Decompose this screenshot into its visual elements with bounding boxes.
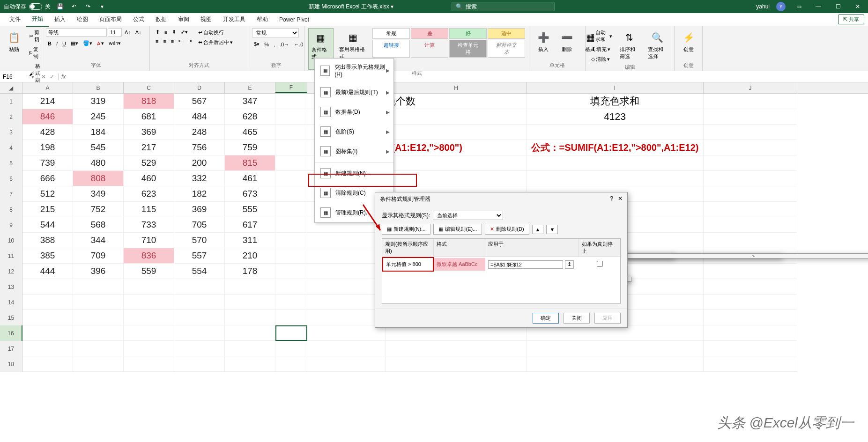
cell[interactable] xyxy=(124,325,174,341)
tab-审阅[interactable]: 审阅 xyxy=(172,13,195,26)
cell[interactable]: 公式：=SUMIF(A1:E12,">800",A1:E12) xyxy=(527,140,704,155)
cell[interactable]: 628 xyxy=(225,109,275,125)
cell[interactable] xyxy=(22,341,73,356)
cell[interactable]: 198 xyxy=(22,140,73,155)
apply-button[interactable]: 应用 xyxy=(594,313,621,324)
undo-icon[interactable]: ↶ xyxy=(69,2,79,11)
font-name-input[interactable] xyxy=(46,28,107,37)
cell-style-适中[interactable]: 适中 xyxy=(488,28,525,39)
insert-cells-button[interactable]: ➕插入 xyxy=(533,28,554,55)
cell[interactable]: 215 xyxy=(22,202,73,217)
cell[interactable]: 349 xyxy=(73,186,124,202)
cell[interactable] xyxy=(386,341,527,356)
cell[interactable] xyxy=(225,341,275,356)
cell[interactable] xyxy=(22,279,73,295)
row-header-6[interactable]: 6 xyxy=(0,171,22,186)
cell[interactable]: 846 xyxy=(22,109,73,125)
cell[interactable] xyxy=(307,295,386,310)
decrease-decimal-icon[interactable]: ←.0 xyxy=(292,41,305,48)
cell[interactable]: 836 xyxy=(124,248,174,264)
cell[interactable] xyxy=(527,341,704,356)
column-header-I[interactable]: I xyxy=(527,82,704,93)
cell[interactable]: 248 xyxy=(174,125,225,140)
cell[interactable] xyxy=(704,202,797,217)
currency-icon[interactable]: $▾ xyxy=(252,40,261,48)
share-button[interactable]: ⇱ 共享 xyxy=(838,15,864,24)
edit-rule-button[interactable]: ▦ 编辑规则(E)... xyxy=(433,224,482,235)
cell[interactable]: 545 xyxy=(73,140,124,155)
rule-row[interactable]: 单元格值 > 800 微软卓越 AaBbCc ↥ xyxy=(382,257,620,272)
cell[interactable]: 673 xyxy=(225,186,275,202)
cell[interactable] xyxy=(386,155,527,171)
row-header-17[interactable]: 17 xyxy=(0,341,22,356)
close-icon[interactable]: ✕ xyxy=(851,3,864,10)
cell[interactable] xyxy=(704,94,797,109)
increase-indent-icon[interactable]: ⇥ xyxy=(185,37,193,45)
move-up-button[interactable]: ▲ xyxy=(532,225,544,234)
cell[interactable] xyxy=(275,264,307,279)
cell[interactable] xyxy=(307,341,386,356)
borders-button[interactable]: ▦▾ xyxy=(69,39,80,47)
maximize-icon[interactable]: ☐ xyxy=(831,3,845,10)
cell-style-超链接[interactable]: 超链接 xyxy=(372,40,410,58)
cell[interactable]: 182 xyxy=(174,186,225,202)
cell[interactable] xyxy=(225,279,275,295)
tab-插入[interactable]: 插入 xyxy=(49,13,71,26)
cell[interactable] xyxy=(275,109,307,125)
cell[interactable] xyxy=(73,279,124,295)
increase-font-icon[interactable]: A↑ xyxy=(123,29,133,36)
tab-文件[interactable]: 文件 xyxy=(4,13,26,26)
cell[interactable] xyxy=(307,356,386,372)
cell[interactable] xyxy=(275,171,307,186)
row-header-4[interactable]: 4 xyxy=(0,140,22,155)
increase-decimal-icon[interactable]: .0→ xyxy=(278,41,291,48)
cell[interactable]: 388 xyxy=(22,233,73,248)
cell-style-计算[interactable]: 计算 xyxy=(411,40,448,58)
cell[interactable]: 461 xyxy=(225,171,275,186)
applies-to-input[interactable] xyxy=(488,260,563,269)
qat-more-icon[interactable]: ▾ xyxy=(97,2,107,11)
cell[interactable]: 484 xyxy=(174,109,225,125)
cell[interactable] xyxy=(275,155,307,171)
cell[interactable]: 710 xyxy=(124,233,174,248)
cell[interactable]: 555 xyxy=(225,202,275,217)
cell[interactable]: 568 xyxy=(73,217,124,233)
save-icon[interactable]: 💾 xyxy=(55,2,65,11)
cell[interactable] xyxy=(73,341,124,356)
cell[interactable]: 444 xyxy=(22,264,73,279)
align-center-icon[interactable]: ≡ xyxy=(161,37,168,45)
underline-button[interactable]: U xyxy=(60,40,68,47)
align-left-icon[interactable]: ≡ xyxy=(154,37,160,45)
cell[interactable] xyxy=(386,171,527,186)
cell[interactable] xyxy=(275,233,307,248)
cell[interactable] xyxy=(124,295,174,310)
cut-button[interactable]: ✂ 剪切 xyxy=(27,28,42,44)
fill-button[interactable]: ⬇ 填充 ▾ xyxy=(589,45,614,54)
cell[interactable] xyxy=(124,341,174,356)
cell[interactable]: 623 xyxy=(124,186,174,202)
cell[interactable]: 567 xyxy=(174,94,225,109)
cell[interactable] xyxy=(704,264,797,279)
cell[interactable] xyxy=(174,295,225,310)
merge-center-button[interactable]: ⬌ 合并后居中 ▾ xyxy=(196,38,235,47)
stop-if-true-checkbox[interactable] xyxy=(597,261,603,267)
cell[interactable]: 385 xyxy=(22,248,73,264)
column-header-D[interactable]: D xyxy=(174,82,225,93)
row-header-8[interactable]: 8 xyxy=(0,202,22,217)
paste-button[interactable]: 📋粘贴 xyxy=(4,28,24,55)
cell[interactable]: 752 xyxy=(73,202,124,217)
tab-页面布局[interactable]: 页面布局 xyxy=(94,13,127,26)
cell[interactable]: 色个数 xyxy=(386,94,527,109)
cell-style-好[interactable]: 好 xyxy=(449,28,487,39)
cell[interactable] xyxy=(174,325,225,341)
name-box[interactable]: F16▾ xyxy=(0,73,37,81)
cell[interactable] xyxy=(704,310,797,325)
cell[interactable]: F(A1:E12,">800") xyxy=(386,140,527,155)
column-header-B[interactable]: B xyxy=(73,82,124,93)
cell[interactable] xyxy=(704,171,797,186)
decrease-indent-icon[interactable]: ⇤ xyxy=(177,37,185,45)
cell[interactable] xyxy=(704,233,797,248)
cell[interactable] xyxy=(124,310,174,325)
row-header-5[interactable]: 5 xyxy=(0,155,22,171)
cell[interactable]: 705 xyxy=(174,217,225,233)
